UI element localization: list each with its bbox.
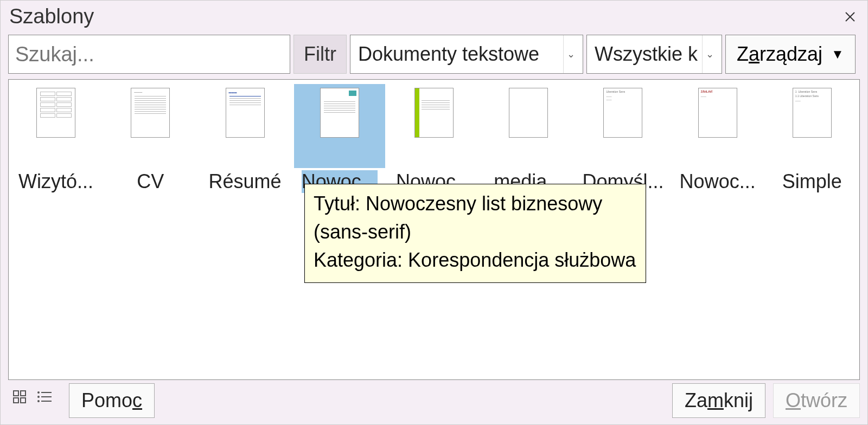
template-item[interactable]: Liberation Sans —— —— Domyśl... <box>576 82 670 193</box>
template-item[interactable]: Nowoc... <box>387 82 481 193</box>
template-item[interactable]: Wizytó... <box>9 82 103 193</box>
template-item[interactable]: media... <box>481 82 576 193</box>
grid-view-icon[interactable] <box>12 390 27 404</box>
manage-button[interactable]: Zarządzaj ▼ <box>725 35 856 74</box>
chevron-down-icon: ⌄ <box>563 35 578 73</box>
template-label: Wizytó... <box>18 170 93 193</box>
type-dropdown-value: Dokumenty tekstowe <box>358 43 559 66</box>
dialog-title: Szablony <box>9 5 841 28</box>
svg-rect-4 <box>14 398 18 403</box>
svg-point-8 <box>37 396 40 398</box>
chevron-down-icon: ⌄ <box>702 35 717 73</box>
category-dropdown[interactable]: Wszystkie k ⌄ <box>586 35 722 74</box>
toolbar: Filtr Dokumenty tekstowe ⌄ Wszystkie k ⌄… <box>1 30 867 79</box>
svg-rect-3 <box>21 391 25 396</box>
category-dropdown-value: Wszystkie k <box>595 43 698 66</box>
manage-button-label: Zarządzaj <box>737 43 822 66</box>
template-label: Résumé <box>209 170 282 193</box>
svg-rect-5 <box>21 398 25 403</box>
close-button[interactable]: Zamknij <box>672 383 765 418</box>
search-input[interactable] <box>8 35 290 74</box>
templates-row: Wizytó... ——— CV ▬▬▬ Résumé <box>9 80 859 193</box>
list-view-icon[interactable] <box>36 390 53 404</box>
tooltip-category-line: Kategoria: Korespondencja służbowa <box>314 246 637 274</box>
template-item[interactable]: ZÁHLAVÍ —— Nowoc... <box>671 82 765 193</box>
svg-rect-2 <box>14 391 18 396</box>
titlebar: Szablony <box>1 1 867 30</box>
type-dropdown[interactable]: Dokumenty tekstowe ⌄ <box>350 35 583 74</box>
bottom-bar: Pomoc Zamknij Otwórz <box>1 380 867 424</box>
template-tooltip: Tytuł: Nowoczesny list biznesowy (sans-s… <box>304 184 646 283</box>
template-item[interactable]: ——— CV <box>103 82 197 193</box>
view-mode-icons <box>8 388 57 414</box>
tooltip-title-line: Tytuł: Nowoczesny list biznesowy (sans-s… <box>314 190 637 246</box>
filter-label: Filtr <box>293 35 347 74</box>
close-icon[interactable] <box>841 8 859 25</box>
help-button[interactable]: Pomoc <box>69 383 155 418</box>
template-label: CV <box>137 170 164 193</box>
templates-dialog: Szablony Filtr Dokumenty tekstowe ⌄ Wszy… <box>0 0 868 425</box>
template-label: Simple <box>782 170 842 193</box>
template-item[interactable]: Nowoc... <box>292 82 387 193</box>
template-item[interactable]: 1 Liberation Sans 1.1 Liberation Sans ——… <box>765 82 859 193</box>
svg-point-6 <box>37 391 40 394</box>
template-label: Nowoc... <box>680 170 756 193</box>
svg-point-10 <box>37 400 40 402</box>
template-item[interactable]: ▬▬▬ Résumé <box>197 82 292 193</box>
triangle-down-icon: ▼ <box>831 47 844 62</box>
open-button[interactable]: Otwórz <box>773 383 860 418</box>
